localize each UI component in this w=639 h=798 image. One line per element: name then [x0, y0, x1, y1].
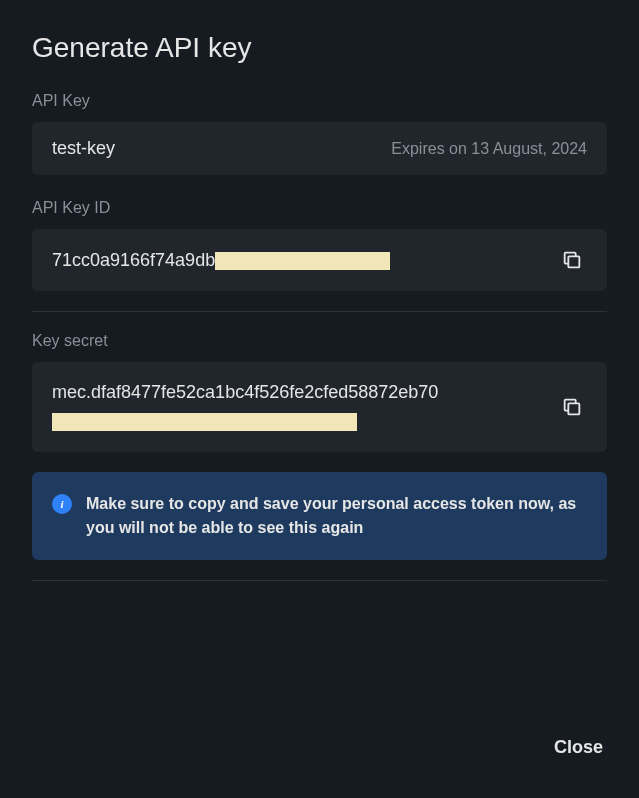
api-key-id-value: 71cc0a9166f74a9db: [52, 246, 541, 275]
svg-rect-0: [568, 256, 579, 267]
modal-footer: Close: [32, 709, 607, 766]
api-key-name: test-key: [52, 138, 115, 159]
redacted-block: [215, 252, 390, 270]
copy-key-secret-button[interactable]: [557, 392, 587, 422]
api-key-expires: Expires on 13 August, 2024: [391, 140, 587, 158]
api-key-id-prefix: 71cc0a9166f74a9db: [52, 250, 215, 270]
info-message: Make sure to copy and save your personal…: [86, 492, 587, 540]
redacted-block: [52, 413, 357, 431]
api-key-field: test-key Expires on 13 August, 2024: [32, 122, 607, 175]
close-button[interactable]: Close: [550, 729, 607, 766]
key-secret-field: mec.dfaf8477fe52ca1bc4f526fe2cfed58872eb…: [32, 362, 607, 452]
copy-icon: [561, 249, 583, 271]
api-key-id-label: API Key ID: [32, 199, 607, 217]
copy-api-key-id-button[interactable]: [557, 245, 587, 275]
key-secret-prefix: mec.dfaf8477fe52ca1bc4f526fe2cfed58872eb…: [52, 382, 438, 402]
api-key-label: API Key: [32, 92, 607, 110]
generate-api-key-modal: Generate API key API Key test-key Expire…: [0, 0, 639, 798]
modal-title: Generate API key: [32, 32, 607, 64]
info-icon: i: [52, 494, 72, 514]
divider: [32, 580, 607, 581]
info-alert: i Make sure to copy and save your person…: [32, 472, 607, 560]
copy-icon: [561, 396, 583, 418]
api-key-id-field: 71cc0a9166f74a9db: [32, 229, 607, 291]
key-secret-label: Key secret: [32, 332, 607, 350]
svg-rect-1: [568, 403, 579, 414]
divider: [32, 311, 607, 312]
key-secret-value: mec.dfaf8477fe52ca1bc4f526fe2cfed58872eb…: [52, 378, 541, 436]
